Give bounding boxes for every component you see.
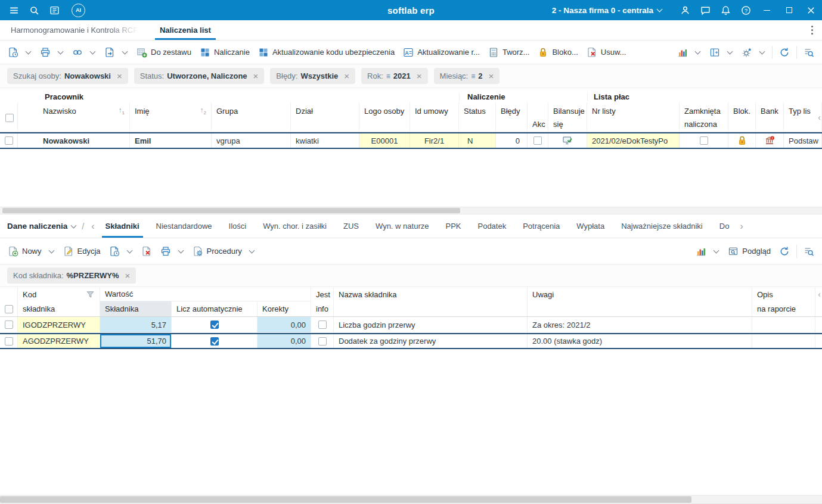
usuw-button[interactable]: Usuw...: [582, 43, 631, 61]
column-header-imie[interactable]: Imię↑2: [130, 102, 212, 132]
filter-chip-miesiac[interactable]: Miesiąc: ≡ 2 ×: [434, 68, 500, 84]
column-header-logo-osoby[interactable]: Logo osoby: [359, 102, 410, 132]
aktualizowanie-r-button[interactable]: Aktualizowanie r...: [399, 43, 484, 61]
cell-logo-osoby[interactable]: E00001: [359, 133, 410, 148]
cell-wartosc[interactable]: 5,17: [100, 317, 172, 332]
cell-nazwa-skladnika[interactable]: Liczba godzin przerwy: [334, 317, 528, 332]
close-icon[interactable]: ×: [344, 71, 349, 80]
tab-podatek[interactable]: Podatek: [469, 214, 514, 238]
column-header-grupa[interactable]: Grupa: [212, 102, 291, 132]
settings-button[interactable]: [737, 43, 770, 61]
search-rows-button[interactable]: [799, 43, 818, 61]
chart-button[interactable]: [691, 242, 724, 260]
layout-button[interactable]: [705, 43, 737, 61]
nowy-button[interactable]: Nowy: [4, 242, 59, 260]
new-button[interactable]: [4, 43, 36, 61]
horizontal-scrollbar-grid1[interactable]: [0, 207, 822, 214]
tab-niestandardowe[interactable]: Niestandardowe: [148, 214, 221, 238]
cell-typ-listy[interactable]: Podstaw: [784, 133, 822, 148]
tab-wyn-w-naturze[interactable]: Wyn. w naturze: [367, 214, 437, 238]
column-header-nazwisko[interactable]: Nazwisko↑1: [18, 102, 130, 132]
search-icon[interactable]: [24, 0, 44, 20]
maximize-button[interactable]: [778, 0, 800, 20]
column-header-nr-listy[interactable]: Nr listy: [587, 102, 680, 132]
column-header-jest-line2[interactable]: info: [311, 301, 334, 316]
column-header-skladnika[interactable]: Składnika: [100, 301, 172, 316]
links-button[interactable]: [68, 43, 100, 61]
tab-skladniki[interactable]: Składniki: [97, 214, 148, 238]
select-all-checkbox[interactable]: [5, 114, 14, 122]
naliczanie-button[interactable]: Naliczanie: [196, 43, 254, 61]
table-row-nowakowski[interactable]: Nowakowski Emil vgrupa kwiatki E00001 Fi…: [0, 132, 822, 149]
jest-info-checkbox[interactable]: [318, 337, 327, 346]
filter-chip-bledy[interactable]: Błędy: Wszystkie ×: [270, 68, 355, 84]
chart-button[interactable]: [673, 43, 705, 61]
jest-info-checkbox[interactable]: [318, 321, 327, 329]
row-checkbox[interactable]: [5, 321, 13, 329]
contacts-icon[interactable]: [44, 0, 64, 20]
cell-kod[interactable]: AGODZPRZERWY: [18, 334, 100, 348]
minimize-button[interactable]: [756, 0, 778, 20]
licz-automatycznie-checkbox[interactable]: [210, 337, 219, 346]
close-icon[interactable]: ×: [117, 71, 122, 80]
tab-do[interactable]: Do: [711, 214, 738, 238]
close-icon[interactable]: ×: [488, 71, 494, 80]
group-header-wartosc[interactable]: Wartość: [100, 287, 311, 301]
close-icon[interactable]: ×: [417, 71, 422, 80]
print-button[interactable]: [36, 43, 68, 61]
ai-assistant-button[interactable]: AI: [72, 4, 85, 17]
tab-zus[interactable]: ZUS: [335, 214, 367, 238]
cell-opis[interactable]: [752, 334, 815, 348]
tab-wyn-chor-i-zasilki[interactable]: Wyn. chor. i zasiłki: [255, 214, 335, 238]
tworz-button[interactable]: Tworz...: [484, 43, 534, 61]
column-header-bilansuje-sie[interactable]: Bilansujesię: [548, 102, 587, 132]
cell-opis[interactable]: [752, 317, 815, 332]
company-selector[interactable]: 2 - Nasza firma 0 - centrala: [548, 0, 666, 20]
column-header-bledy[interactable]: Błędy: [496, 102, 528, 132]
scrollbar-thumb[interactable]: [2, 208, 460, 213]
column-header-kod[interactable]: Kod: [18, 287, 100, 301]
cell-uwagi[interactable]: 20.00 (stawka godz): [528, 334, 752, 348]
cell-wartosc-focused[interactable]: 51,70: [100, 334, 172, 348]
cell-nazwisko[interactable]: Nowakowski: [18, 133, 130, 148]
select-all-checkbox[interactable]: [5, 305, 13, 313]
column-header-blok[interactable]: Blok.: [728, 102, 756, 132]
skladnik-row-igodzprzerwy[interactable]: IGODZPRZERWY 5,17 0,00 Liczba godzin prz…: [0, 317, 822, 333]
cell-nazwa-skladnika[interactable]: Dodatek za godziny przerwy: [334, 334, 528, 348]
column-scroll-left-icon[interactable]: ‹: [818, 113, 821, 122]
tab-wyplata[interactable]: Wypłata: [568, 214, 613, 238]
column-header-status[interactable]: Status: [459, 102, 496, 132]
column-header-akc[interactable]: Akc: [528, 102, 548, 132]
help-icon[interactable]: [736, 0, 756, 20]
column-scroll-left-icon[interactable]: ‹: [818, 290, 821, 299]
export-button[interactable]: [100, 43, 132, 61]
chat-icon[interactable]: [695, 0, 715, 20]
tab-potracenia[interactable]: Potrącenia: [514, 214, 568, 238]
close-icon[interactable]: ×: [125, 271, 130, 280]
edycja-button[interactable]: Edycja: [59, 242, 105, 260]
cell-nr-listy[interactable]: 2021/02/eDokTestyPo: [587, 133, 680, 148]
column-header-korekty[interactable]: Korekty: [258, 301, 311, 316]
column-header-typ-listy[interactable]: Typ lis: [784, 102, 822, 132]
scrollbar-thumb[interactable]: [0, 496, 691, 503]
refresh-button[interactable]: [775, 242, 794, 260]
cell-dzial[interactable]: kwiatki: [291, 133, 359, 148]
cell-grupa[interactable]: vgrupa: [212, 133, 291, 148]
close-icon[interactable]: ×: [253, 71, 259, 80]
filter-icon[interactable]: [86, 290, 95, 299]
column-header-dzial[interactable]: Dział: [291, 102, 359, 132]
filter-chip-kod-skladnika[interactable]: Kod składnika: %PRZERWY% ×: [7, 267, 136, 284]
tab-scroll-left-icon[interactable]: ‹: [89, 214, 97, 238]
column-header-id-umowy[interactable]: Id umowy: [410, 102, 459, 132]
document-options-button[interactable]: [105, 242, 137, 260]
tab-ppk[interactable]: PPK: [437, 214, 469, 238]
podglad-button[interactable]: Podgląd: [724, 242, 775, 260]
cell-korekty[interactable]: 0,00: [258, 334, 311, 348]
column-header-jest[interactable]: Jest: [311, 287, 334, 301]
skladnik-row-agodzprzerwy[interactable]: AGODZPRZERWY 51,70 0,00 Dodatek za godzi…: [0, 333, 822, 349]
licz-automatycznie-checkbox[interactable]: [210, 321, 219, 329]
search-rows-button[interactable]: [799, 242, 818, 260]
do-zestawu-button[interactable]: Do zestawu: [132, 43, 196, 61]
detail-section-selector[interactable]: Dane naliczenia: [7, 214, 77, 238]
tab-najwazniejsze-skladniki[interactable]: Najważniejsze składniki: [613, 214, 711, 238]
